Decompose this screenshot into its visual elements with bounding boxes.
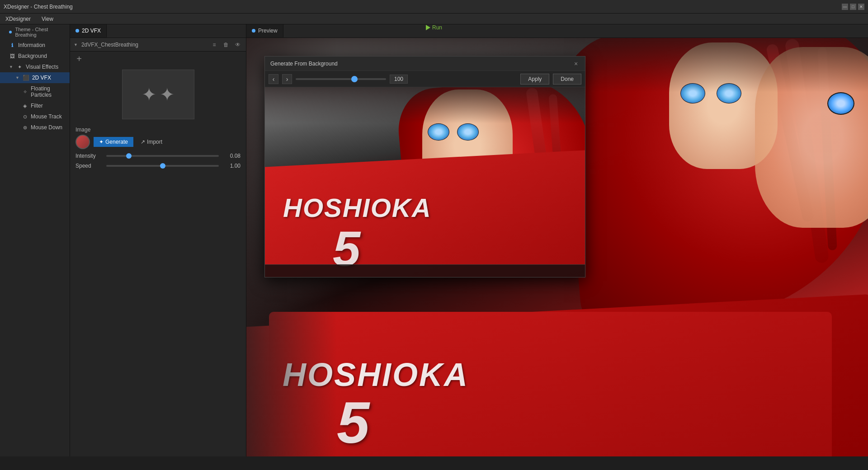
modal-apply-button[interactable]: Apply [520,74,549,85]
sidebar-label-information: Information [18,42,45,48]
modal-title: Generate From Background [270,61,572,67]
sidebar-item-filter[interactable]: ◈ Filter [0,100,70,111]
import-label: Import [147,139,162,145]
avatar [75,135,90,149]
menubar: XDesigner View Run 💾 📁 ⚙ [0,14,868,24]
speed-thumb [160,163,165,169]
sidebar-item-project[interactable]: Theme - Chest Breathing [0,24,70,40]
image-label: Image [75,127,241,133]
menu-view[interactable]: View [40,15,55,23]
speed-value: 1.00 [222,163,241,169]
2dvfx-icon: ⬛ [23,75,29,81]
intensity-slider[interactable] [106,155,219,157]
run-label: Run [432,24,442,31]
menu-xdesigner[interactable]: XDesigner [4,15,33,23]
tab-2dvfx-label: 2D VFX [82,28,101,34]
modal-toolbar: ‹ › 100 Apply Done [265,71,585,87]
speed-row: Speed 1.00 [75,163,241,169]
sidebar-label-background: Background [18,53,47,59]
intensity-thumb [126,153,132,159]
import-icon: ↗ [141,139,145,145]
panel-header: ▼ 2dVFX_ChestBreathing ≡ 🗑 👁 [70,38,246,52]
run-toolbar: Run [426,24,442,31]
sidebar-item-2dvfx[interactable]: ▼ ⬛ 2D VFX [0,72,70,83]
tab-dot [75,29,79,33]
collapse-arrow: ▼ [9,65,13,69]
visual-effects-icon: ✦ [17,64,23,70]
sidebar-label-floating-particles: Floating Particles [31,85,66,98]
sidebar-label-filter: Filter [31,103,43,109]
mousedown-icon: ⊛ [22,124,28,131]
sidebar-label-mouse-track: Mouse Track [31,113,62,120]
intensity-label: Intensity [75,153,103,159]
star-group: ✦ ✦ [142,84,175,105]
star-icon-1: ✦ [142,84,157,105]
modal-overlay: Generate From Background × ‹ › 100 Apply [246,38,868,456]
sidebar-item-floating-particles[interactable]: ✧ Floating Particles [0,83,70,100]
sidebar-item-mouse-down[interactable]: ⊛ Mouse Down [0,122,70,133]
tab-2dvfx[interactable]: 2D VFX [70,24,107,38]
modal-forward-button[interactable]: › [282,74,292,84]
sidebar-item-visual-effects[interactable]: ▼ ✦ Visual Effects [0,61,70,72]
titlebar: XDesigner - Chest Breathing — □ ✕ [0,0,868,14]
modal-bottom-bar [265,264,585,277]
speed-slider[interactable] [106,165,219,167]
modal-done-button[interactable]: Done [553,74,581,85]
tab-bar: 2D VFX [70,24,246,38]
intensity-row: Intensity 0.08 [75,153,241,159]
sidebar-item-mouse-track[interactable]: ⊙ Mouse Track [0,111,70,122]
vfx-thumbnail: ✦ ✦ [122,70,194,119]
generate-from-bg-dialog: Generate From Background × ‹ › 100 Apply [264,56,585,277]
import-button[interactable]: ↗ Import [137,137,166,147]
2dvfx-collapse-arrow: ▼ [15,75,19,80]
sidebar-label-2dvfx: 2D VFX [32,75,51,81]
sidebar-item-information[interactable]: ℹ Information [0,40,70,51]
intensity-value: 0.08 [222,153,241,159]
win-minimize[interactable]: — [842,4,848,10]
generate-button[interactable]: ✦ Generate [94,137,133,147]
panel-title: 2dVFX_ChestBreathing [81,42,207,48]
panel-delete-icon[interactable]: 🗑 [222,40,231,49]
modal-eye-left [428,123,449,141]
title-text: XDesigner - Chest Breathing [4,4,73,10]
generate-icon: ✦ [99,139,104,145]
speed-label: Speed [75,163,103,169]
thumbnail-area: ✦ ✦ [70,66,246,123]
add-button[interactable]: + [74,53,85,64]
preview-tab-icon [252,29,255,33]
vfx-panel: 2D VFX ▼ 2dVFX_ChestBreathing ≡ 🗑 👁 + ✦ … [70,24,246,456]
modal-jersey-text: HOSHIOKA [283,193,432,223]
win-close[interactable]: ✕ [858,4,864,10]
sidebar: Theme - Chest Breathing ℹ Information 🖼 … [0,24,70,456]
modal-close-button[interactable]: × [572,60,580,67]
run-icon [426,25,430,30]
image-controls: ✦ Generate ↗ Import [75,135,241,149]
particles-icon: ✧ [22,89,28,95]
center-panel: Preview [246,24,868,456]
project-label: Theme - Chest Breathing [15,27,66,38]
content-area: HOSHIOKA 5 Generate From Background × [246,38,868,456]
info-icon: ℹ [9,42,15,48]
image-section: Image ✦ Generate ↗ Import [75,127,241,149]
project-dot [9,31,12,33]
main-layout: Theme - Chest Breathing ℹ Information 🖼 … [0,24,868,456]
modal-slider-value[interactable]: 100 [390,75,408,84]
properties-area: Image ✦ Generate ↗ Import Intensity [70,123,246,173]
sidebar-label-mouse-down: Mouse Down [31,124,62,131]
panel-visibility-icon[interactable]: 👁 [233,40,242,49]
panel-list-icon[interactable]: ≡ [210,40,219,49]
track-icon: ⊙ [22,113,28,120]
modal-image-preview: HOSHIOKA 5 [265,87,585,277]
modal-top-fade [265,87,585,123]
tab-preview[interactable]: Preview [246,24,283,38]
sidebar-label-visual-effects: Visual Effects [26,64,58,70]
window-controls: — □ ✕ [842,4,864,10]
modal-slider[interactable] [296,78,386,80]
preview-tab-label: Preview [258,28,278,34]
modal-back-button[interactable]: ‹ [269,74,278,84]
win-maximize[interactable]: □ [850,4,856,10]
run-button[interactable]: Run [426,24,442,31]
filter-icon: ◈ [22,103,28,109]
panel-collapse-arrow: ▼ [74,42,78,47]
sidebar-item-background[interactable]: 🖼 Background [0,51,70,61]
